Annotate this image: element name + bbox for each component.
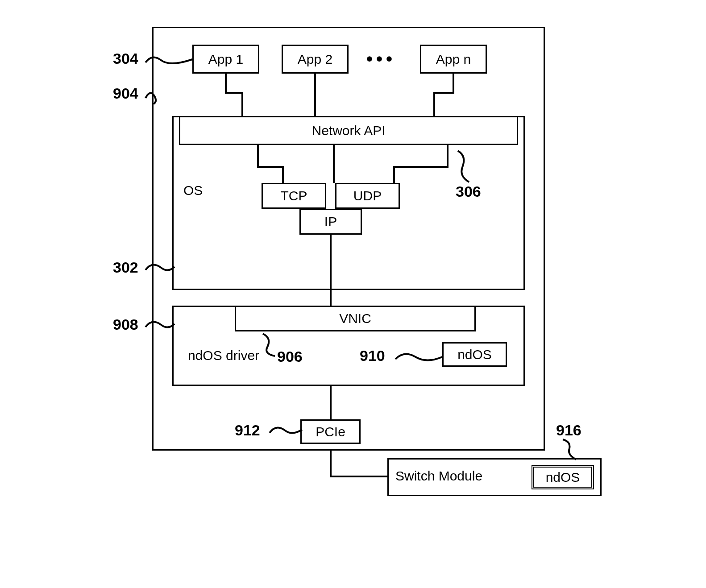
line (225, 92, 243, 94)
appn-label: App n (436, 52, 471, 67)
line (333, 145, 335, 183)
line (241, 92, 243, 117)
os-label: OS (183, 183, 203, 198)
line (330, 386, 332, 419)
line (330, 451, 332, 477)
ndos-inner-box: ndOS (442, 342, 507, 367)
label-910: 910 (360, 347, 385, 364)
label-916: 916 (556, 422, 581, 439)
app2-box: App 2 (282, 45, 349, 74)
label-904: 904 (113, 85, 138, 102)
diagram-viewport: App 1 App 2 ••• App n OS Network API TCP… (85, 18, 621, 509)
line (393, 166, 449, 168)
app2-label: App 2 (298, 52, 332, 67)
ndos-inner-label: ndOS (457, 347, 492, 362)
line (330, 235, 332, 306)
line (225, 74, 227, 94)
label-912: 912 (235, 422, 260, 439)
line (257, 145, 259, 167)
label-304: 304 (113, 50, 138, 67)
line (282, 166, 284, 184)
label-306: 306 (456, 183, 481, 200)
tcp-label: TCP (281, 188, 307, 203)
line (330, 476, 388, 477)
app1-box: App 1 (192, 45, 259, 74)
line (453, 74, 454, 94)
udp-box: UDP (335, 183, 400, 209)
line (433, 92, 435, 117)
line (314, 74, 316, 116)
switch-module-label: Switch Module (395, 468, 482, 484)
app1-label: App 1 (208, 52, 243, 67)
vnic-label: VNIC (339, 311, 371, 326)
tcp-box: TCP (262, 183, 326, 209)
line (393, 166, 395, 184)
pcie-box: PCIe (300, 419, 361, 444)
vnic-box: VNIC (235, 306, 476, 331)
appn-box: App n (420, 45, 487, 74)
ndos-driver-label: ndOS driver (188, 348, 259, 363)
dots: ••• (366, 49, 396, 69)
ip-label: IP (324, 214, 337, 229)
label-302: 302 (113, 259, 138, 276)
udp-label: UDP (353, 188, 382, 203)
ip-box: IP (299, 209, 362, 235)
pcie-label: PCIe (316, 424, 345, 439)
network-api-box: Network API (179, 116, 518, 145)
line (257, 166, 284, 168)
ndos-switch-box: ndOS (532, 465, 594, 489)
line (447, 145, 449, 167)
label-908: 908 (113, 316, 138, 333)
line (433, 92, 454, 94)
ndos-switch-label: ndOS (546, 470, 580, 485)
network-api-label: Network API (311, 123, 385, 138)
